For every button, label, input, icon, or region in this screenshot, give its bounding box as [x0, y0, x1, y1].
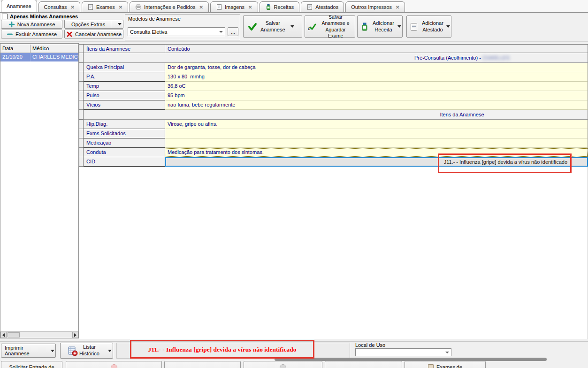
row-indicator-cell — [79, 63, 84, 72]
list-item-selected[interactable]: 21/10/20 CHARLLES MEDICO — [0, 53, 78, 61]
modelos-anamnese-combobox[interactable]: Consulta Eletiva — [128, 27, 225, 36]
tab-internacoes-e-pedidos[interactable]: Internações e Pedidos ✕ — [130, 1, 209, 12]
cancelar-anamnese-button[interactable]: Cancelar Anamnese — [64, 30, 123, 38]
row-value-field[interactable]: 130 x 80 mmhg — [165, 72, 588, 82]
imprimir-anamnese-button[interactable]: Imprimir Anamnese — [1, 344, 56, 358]
row-value-field[interactable]: não fuma, bebe regularmente — [165, 100, 588, 110]
row-label: Pulso — [84, 91, 165, 100]
nova-anamnese-label: Nova Anamnese — [17, 22, 55, 27]
tab-label: Imagens — [225, 4, 244, 10]
pink-circle-icon — [111, 364, 117, 368]
tab-atestados[interactable]: Atestados — [301, 1, 344, 12]
grid-header-row: Ítens da Anamnese Conteúdo — [79, 45, 588, 53]
chevron-down-icon — [446, 25, 450, 28]
row-indicator-cell — [79, 129, 84, 138]
cid-value-field[interactable]: J11.- - Influenza [gripe] devida a vírus… — [165, 157, 588, 167]
column-header-data[interactable]: Data — [0, 45, 31, 53]
grid-row-queixa-principal: Queixa Principal Dor de garganta, tosse,… — [79, 63, 588, 72]
tab-exames[interactable]: Exames ✕ — [82, 1, 128, 12]
atestado-label-1: Adicionar — [422, 20, 443, 26]
opcoes-extras-label: Opções Extras — [71, 22, 105, 27]
opcoes-extras-button[interactable]: Opções Extras — [64, 20, 123, 29]
grid-row-pulso: Pulso 95 bpm — [79, 91, 588, 100]
row-indicator-cell — [79, 120, 84, 129]
partial-button-3[interactable] — [164, 361, 241, 368]
imprimir-dropdown[interactable] — [49, 344, 55, 357]
column-header-medico[interactable]: Médico — [31, 45, 78, 53]
horizontal-scrollbar[interactable] — [0, 331, 78, 338]
close-icon[interactable]: ✕ — [119, 5, 122, 10]
listar-historico-button[interactable]: ListarHistórico — [60, 343, 113, 359]
document-icon — [216, 4, 222, 10]
row-value-field[interactable]: 36,8 oC — [165, 82, 588, 91]
apenas-minhas-checkbox-row[interactable]: Apenas Minhas Anamneses — [2, 14, 78, 19]
partial-button-4[interactable] — [244, 361, 322, 368]
solicitar-entrada-button[interactable]: Solicitar Entrada de — [1, 361, 62, 368]
row-value-field[interactable]: Medicação para tratamento dos sintomas. — [165, 148, 588, 157]
solicitar-entrada-label: Solicitar Entrada de — [9, 364, 54, 368]
document-icon — [428, 364, 434, 368]
adicionar-receita-dropdown[interactable] — [397, 16, 402, 37]
modelos-anamnese-value: Consulta Eletiva — [130, 29, 168, 35]
apenas-minhas-checkbox[interactable] — [2, 14, 8, 19]
tab-label: Consultas — [44, 4, 67, 10]
row-value-field[interactable] — [165, 138, 588, 148]
row-indicator-cell — [79, 138, 84, 148]
tab-imagens[interactable]: Imagens ✕ — [210, 1, 258, 12]
tab-anamnese[interactable]: Anamnese — [1, 0, 37, 12]
close-icon[interactable]: ✕ — [71, 5, 75, 10]
check-a-icon: a — [307, 22, 316, 31]
scroll-right-button[interactable] — [72, 332, 78, 338]
salvar-anamnese-dropdown[interactable] — [290, 16, 296, 37]
remove-record-icon — [7, 31, 13, 38]
salvar-e-aguardar-exame-button[interactable]: a Salvar Anamnese eAguardar Exame — [305, 15, 355, 38]
chevron-down-icon — [108, 350, 112, 352]
row-value-field[interactable]: Dor de garganta, tosse, dor de cabeça — [165, 63, 588, 72]
grid-row-vicios: Vícios não fuma, bebe regularmente — [79, 100, 588, 110]
tab-receitas[interactable]: Receitas — [260, 1, 300, 12]
scroll-left-button[interactable] — [0, 332, 7, 338]
tab-bar: Anamnese Consultas ✕ Exames ✕ Internaçõe… — [0, 0, 588, 13]
row-indicator-cell — [79, 45, 84, 53]
nova-anamnese-button[interactable]: Nova Anamnese — [1, 20, 62, 29]
adicionar-atestado-dropdown[interactable] — [446, 16, 451, 37]
cid-display-text: J11.- - Influenza [gripe] devida a vírus… — [130, 340, 314, 359]
row-value-field[interactable]: 95 bpm — [165, 91, 588, 100]
adicionar-receita-button[interactable]: AdicionarReceita — [357, 15, 403, 38]
local-de-uso-combobox[interactable] — [355, 348, 451, 356]
chevron-down-icon — [290, 25, 294, 28]
row-value-field[interactable]: Virose, gripe ou afins. — [165, 120, 588, 129]
listar-historico-dropdown[interactable] — [107, 343, 113, 358]
chevron-down-icon — [397, 25, 401, 28]
close-icon[interactable]: ✕ — [248, 5, 252, 10]
excluir-anamnese-button[interactable]: Excluir Anamnese — [1, 30, 62, 38]
apenas-minhas-label: Apenas Minhas Anamneses — [10, 14, 78, 19]
close-icon[interactable]: ✕ — [199, 5, 203, 10]
printer-icon — [135, 4, 142, 10]
partial-button-5[interactable] — [325, 361, 402, 368]
row-label: Conduta — [84, 148, 165, 157]
green-check-icon — [248, 22, 257, 31]
modelos-anamnese-more-button[interactable]: ... — [228, 27, 238, 36]
close-icon[interactable]: ✕ — [396, 5, 399, 10]
bottle-icon — [265, 4, 272, 10]
opcoes-extras-dropdown[interactable] — [117, 20, 123, 28]
row-label: Hip.Diag. — [84, 120, 165, 129]
tab-consultas[interactable]: Consultas ✕ — [38, 1, 80, 12]
header-itens: Ítens da Anamnese — [84, 45, 165, 53]
salvar-anamnese-button[interactable]: SalvarAnamnese — [243, 15, 302, 38]
adicionar-atestado-button[interactable]: AdicionarAtestado — [406, 15, 451, 38]
row-indicator-cell — [79, 110, 84, 120]
scrollbar-thumb[interactable] — [8, 332, 20, 337]
row-value-field[interactable] — [165, 129, 588, 138]
excluir-anamnese-label: Excluir Anamnese — [15, 31, 57, 37]
exames-de-button[interactable]: Exames de — [405, 361, 486, 368]
row-label: Medicação — [84, 138, 165, 148]
cell-data: 21/10/20 — [0, 53, 31, 61]
tab-outros-impressos[interactable]: Outros Impressos ✕ — [345, 1, 405, 12]
list-header: Data Médico — [0, 45, 78, 53]
row-label: Queixa Principal — [84, 63, 165, 72]
header-conteudo: Conteúdo — [165, 45, 588, 53]
section-text: Pré-Consulta (Acolhimento) - — [414, 55, 482, 61]
partial-button-2[interactable] — [66, 361, 162, 368]
